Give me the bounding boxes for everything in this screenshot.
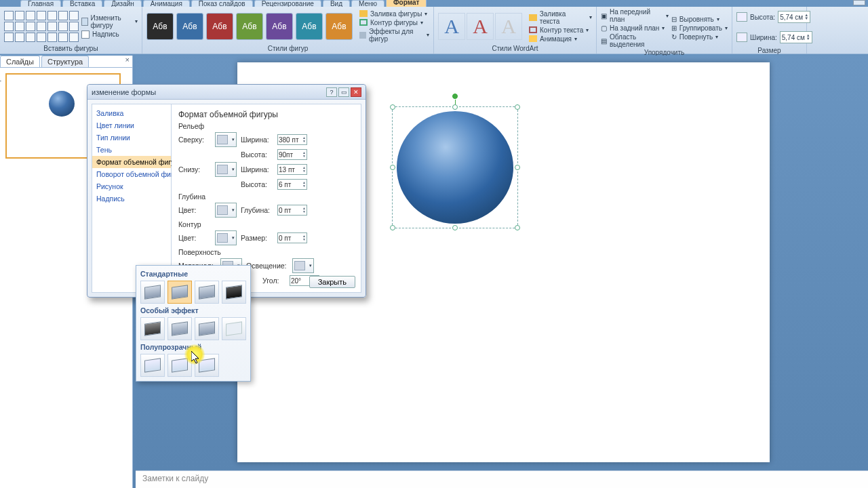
tab-формат[interactable]: Формат <box>386 0 427 7</box>
material-special-2[interactable] <box>167 317 192 340</box>
material-standard-1[interactable] <box>140 281 165 304</box>
shape-glyph[interactable] <box>4 22 14 31</box>
handle-br[interactable] <box>515 225 520 230</box>
handle-tr[interactable] <box>515 104 520 110</box>
tab-вставка[interactable]: Вставка <box>62 0 102 7</box>
dialog-nav-item[interactable]: Рисунок <box>92 180 171 192</box>
shape-glyph[interactable] <box>26 22 35 31</box>
shape-glyph[interactable] <box>69 33 79 42</box>
tab-меню[interactable]: Меню <box>351 0 384 7</box>
dialog-titlebar[interactable]: изменение формы ? ▭ ✕ <box>87 85 366 100</box>
height-input[interactable]: 5,74 см▲▼ <box>778 11 810 23</box>
width-input[interactable]: 5,74 см▲▼ <box>780 31 812 43</box>
material-special-3[interactable] <box>195 317 219 340</box>
dialog-nav-item[interactable]: Поворот объемной фигуры <box>92 168 171 180</box>
top-height-input[interactable]: 90пт▲▼ <box>277 149 307 160</box>
tab-главная[interactable]: Главная <box>20 0 61 7</box>
handle-bl[interactable] <box>390 225 395 230</box>
dialog-nav-item[interactable]: Заливка <box>92 107 171 119</box>
shape-style-gallery[interactable]: АбвАбвАбвАбвАбвАбвАбв <box>146 13 353 40</box>
shape-glyph[interactable] <box>15 22 24 31</box>
tab-показ слайдов[interactable]: Показ слайдов <box>191 0 253 7</box>
dialog-nav-item[interactable]: Надпись <box>92 192 171 205</box>
shape-glyph[interactable] <box>15 33 24 42</box>
send-back-button[interactable]: ▢ На задний план▾ <box>601 24 669 32</box>
shape-glyph[interactable] <box>69 22 79 31</box>
handle-mr[interactable] <box>515 165 520 170</box>
shape-style-swatch[interactable]: Абв <box>206 13 233 40</box>
material-special-1[interactable] <box>140 317 165 340</box>
tab-structure[interactable]: Структура <box>41 56 89 67</box>
rotate-button[interactable]: ↻ Повернуть▾ <box>671 33 728 41</box>
shape-fill-button[interactable]: Заливка фигуры▾ <box>359 10 429 18</box>
dialog-nav-item[interactable]: Тип линии <box>92 131 171 144</box>
handle-tc[interactable] <box>452 104 458 110</box>
dialog-nav-item[interactable]: Цвет линии <box>92 119 171 131</box>
bevel-bottom-combo[interactable]: ▾ <box>215 162 237 177</box>
contour-size-input[interactable]: 0 пт▲▼ <box>277 232 307 243</box>
handle-bc[interactable] <box>452 225 458 230</box>
shape-style-swatch[interactable]: Абв <box>146 13 174 40</box>
shape-style-swatch[interactable]: Абв <box>266 13 293 40</box>
depth-input[interactable]: 0 пт▲▼ <box>277 205 307 216</box>
dialog-close-icon[interactable]: ✕ <box>351 87 361 97</box>
handle-tl[interactable] <box>390 104 395 110</box>
shape-effects-button[interactable]: Эффекты для фигур▾ <box>359 28 429 43</box>
tab-дизайн[interactable]: Дизайн <box>104 0 142 7</box>
dialog-nav-item[interactable]: Формат объемной фигуры <box>92 156 171 168</box>
material-standard-4[interactable] <box>222 281 246 304</box>
material-standard-3[interactable] <box>195 281 219 304</box>
rotation-handle[interactable] <box>452 94 458 99</box>
bot-width-input[interactable]: 13 пт▲▼ <box>277 164 307 175</box>
shape-glyph[interactable] <box>58 33 68 42</box>
shape-style-swatch[interactable]: Абв <box>176 13 203 40</box>
wordart-style[interactable]: A <box>467 13 494 40</box>
contour-color-combo[interactable]: ▾ <box>215 230 237 245</box>
material-standard-2[interactable] <box>167 281 192 304</box>
lighting-combo[interactable]: ▾ <box>292 258 314 273</box>
shape-style-swatch[interactable]: Абв <box>326 13 353 40</box>
shape-glyph[interactable] <box>37 22 46 31</box>
shape-glyph[interactable] <box>26 33 35 42</box>
wordart-style[interactable]: A <box>495 13 522 40</box>
dialog-nav-item[interactable]: Тень <box>92 144 171 156</box>
shape-glyph[interactable] <box>47 22 57 31</box>
material-translucent-2[interactable] <box>167 354 192 377</box>
shape-glyph[interactable] <box>47 11 57 20</box>
shape-outline-button[interactable]: Контур фигуры▾ <box>359 19 429 26</box>
group-button[interactable]: ⊞ Группировать▾ <box>671 24 728 32</box>
shape-style-swatch[interactable]: Абв <box>296 13 323 40</box>
align-button[interactable]: ⊟ Выровнять▾ <box>671 16 728 23</box>
shapes-gallery[interactable] <box>4 11 79 42</box>
tab-slides[interactable]: Слайды <box>0 56 40 67</box>
bot-height-input[interactable]: 6 пт▲▼ <box>277 179 307 190</box>
shape-glyph[interactable] <box>69 11 79 20</box>
shape-glyph[interactable] <box>4 33 14 42</box>
handle-ml[interactable] <box>390 165 395 170</box>
bevel-top-combo[interactable]: ▾ <box>215 132 237 147</box>
notes-pane[interactable]: Заметки к слайду <box>136 470 868 488</box>
shape-glyph[interactable] <box>37 33 46 42</box>
tab-анимация[interactable]: Анимация <box>143 0 190 7</box>
bring-front-button[interactable]: ▣ На передний план▾ <box>601 8 669 23</box>
shape-glyph[interactable] <box>15 11 24 20</box>
depth-color-combo[interactable]: ▾ <box>215 203 237 218</box>
close-panel[interactable]: × <box>123 56 132 67</box>
selection-pane-button[interactable]: ▤ Область выделения <box>601 33 669 48</box>
textbox-button[interactable]: Надпись <box>81 30 138 39</box>
shape-glyph[interactable] <box>58 11 68 20</box>
tab-вид[interactable]: Вид <box>323 0 350 7</box>
edit-shape-button[interactable]: Изменить фигуру▾ <box>81 14 138 29</box>
wordart-style[interactable]: A <box>438 13 465 40</box>
tab-рецензирование[interactable]: Рецензирование <box>254 0 321 7</box>
dialog-restore[interactable]: ▭ <box>338 87 349 97</box>
text-fill-button[interactable]: Заливка текста▾ <box>529 10 592 25</box>
shape-glyph[interactable] <box>47 33 57 42</box>
shape-style-swatch[interactable]: Абв <box>236 13 263 40</box>
animation-button[interactable]: Анимация▾ <box>529 35 592 43</box>
material-special-4[interactable] <box>222 317 246 340</box>
shape-glyph[interactable] <box>58 22 68 31</box>
wordart-gallery[interactable]: AAA <box>438 13 522 40</box>
material-translucent-1[interactable] <box>140 354 165 377</box>
shape-glyph[interactable] <box>4 11 14 20</box>
